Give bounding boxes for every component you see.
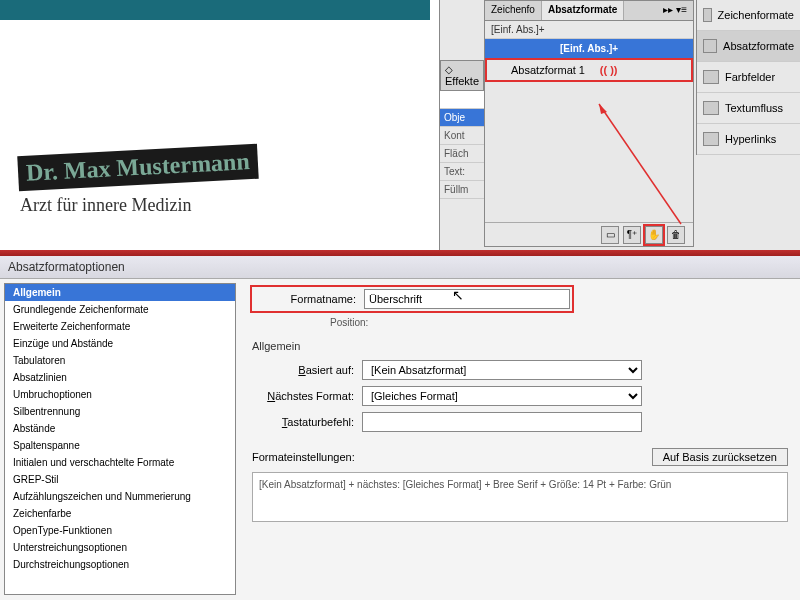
absatz-style-1[interactable]: Absatzformat 1 (( )): [485, 58, 693, 82]
cat-item[interactable]: OpenType-Funktionen: [5, 522, 235, 539]
cat-item[interactable]: Grundlegende Zeichenformate: [5, 301, 235, 318]
absatz-style-1-label: Absatzformat 1: [511, 64, 585, 76]
naechstes-select[interactable]: [Gleiches Format]: [362, 386, 642, 406]
tab-zeichenformate[interactable]: Zeichenfo: [485, 1, 542, 20]
cat-item[interactable]: Zeichenfarbe: [5, 505, 235, 522]
sidebar-absatzformate[interactable]: Absatzformate: [697, 31, 800, 62]
basiert-select[interactable]: [Kein Absatzformat]: [362, 360, 642, 380]
doc-heading: Dr. Max Mustermann: [17, 144, 258, 192]
panels-area: ◇ Effekte Obje Kont Fläch Text: Füllm Ze…: [440, 0, 800, 250]
cat-item[interactable]: Spaltenspanne: [5, 437, 235, 454]
svg-line-0: [599, 104, 681, 224]
right-sidebar: Zeichenformate Absatzformate Farbfelder …: [696, 0, 800, 155]
sidebar-hyperlinks[interactable]: Hyperlinks: [697, 124, 800, 155]
effects-item[interactable]: Füllm: [440, 181, 484, 199]
cat-item[interactable]: Silbentrennung: [5, 403, 235, 420]
effects-item[interactable]: [440, 91, 484, 109]
cat-allgemein[interactable]: Allgemein: [5, 284, 235, 301]
doc-teal-bar: [0, 0, 430, 20]
settings-label: Formateinstellungen:: [252, 451, 355, 463]
new-group-icon[interactable]: ¶⁺: [623, 226, 641, 244]
effects-item[interactable]: Text:: [440, 163, 484, 181]
effects-item[interactable]: Kont: [440, 127, 484, 145]
tastatur-input[interactable]: [362, 412, 642, 432]
section-allgemein: Allgemein: [252, 340, 788, 352]
dialog-category-list[interactable]: Allgemein Grundlegende Zeichenformate Er…: [4, 283, 236, 595]
cat-item[interactable]: GREP-Stil: [5, 471, 235, 488]
char-format-icon: [703, 8, 712, 22]
dialog-title: Absatzformatoptionen: [0, 256, 800, 279]
cat-item[interactable]: Aufzählungszeichen und Nummerierung: [5, 488, 235, 505]
effects-item[interactable]: Obje: [440, 109, 484, 127]
doc-subheading: Arzt für innere Medizin: [20, 195, 191, 216]
para-format-icon: [703, 39, 717, 53]
cat-item[interactable]: Tabulatoren: [5, 352, 235, 369]
cat-item[interactable]: Unterstreichungsoptionen: [5, 539, 235, 556]
effects-item[interactable]: Fläch: [440, 145, 484, 163]
cat-item[interactable]: Durchstreichungsoptionen: [5, 556, 235, 573]
cat-item[interactable]: Absatzlinien: [5, 369, 235, 386]
reset-button[interactable]: Auf Basis zurücksetzen: [652, 448, 788, 466]
hyperlinks-icon: [703, 132, 719, 146]
annotation-paren: (( )): [600, 64, 618, 76]
dialog-absatzformatoptionen: Absatzformatoptionen Allgemein Grundlege…: [0, 256, 800, 600]
swatches-icon: [703, 70, 719, 84]
svg-marker-1: [599, 104, 607, 114]
document-preview: Dr. Max Mustermann Arzt für innere Mediz…: [0, 0, 440, 250]
absatzformate-panel: Zeichenfo Absatzformate ▸▸ ▾≡ [Einf. Abs…: [484, 0, 694, 247]
cat-item[interactable]: Einzüge und Abstände: [5, 335, 235, 352]
new-style-icon[interactable]: ✋: [645, 226, 663, 244]
position-label: Position:: [330, 317, 788, 328]
sidebar-farbfelder[interactable]: Farbfelder: [697, 62, 800, 93]
settings-summary: [Kein Absatzformat] + nächstes: [Gleiche…: [252, 472, 788, 522]
absatz-breadcrumb: [Einf. Abs.]+: [485, 21, 693, 39]
formatname-label: Formatname:: [254, 293, 364, 305]
formatname-input[interactable]: [364, 289, 570, 309]
naechstes-label: Nächstes Format:: [252, 390, 362, 402]
textwrap-icon: [703, 101, 719, 115]
cat-item[interactable]: Initialen und verschachtelte Formate: [5, 454, 235, 471]
basiert-label: Basiert auf:: [252, 364, 362, 376]
absatz-style-basic[interactable]: [Einf. Abs.]+: [485, 39, 693, 58]
tastatur-label: Tastaturbefehl:: [252, 416, 362, 428]
sidebar-zeichenformate[interactable]: Zeichenformate: [697, 0, 800, 31]
cat-item[interactable]: Erweiterte Zeichenformate: [5, 318, 235, 335]
doc-heading-text: Dr. Max Mustermann: [17, 144, 258, 192]
cat-item[interactable]: Abstände: [5, 420, 235, 437]
panel-menu-icon[interactable]: ▸▸ ▾≡: [657, 1, 693, 20]
dialog-main: Formatname: Position: Allgemein Basiert …: [240, 279, 800, 599]
trash-icon[interactable]: 🗑: [667, 226, 685, 244]
effects-panel: ◇ Effekte Obje Kont Fläch Text: Füllm: [440, 60, 484, 199]
cat-item[interactable]: Umbruchoptionen: [5, 386, 235, 403]
sidebar-textumfluss[interactable]: Textumfluss: [697, 93, 800, 124]
folder-icon[interactable]: ▭: [601, 226, 619, 244]
tab-absatzformate[interactable]: Absatzformate: [542, 1, 624, 20]
effects-tab[interactable]: ◇ Effekte: [440, 60, 484, 91]
